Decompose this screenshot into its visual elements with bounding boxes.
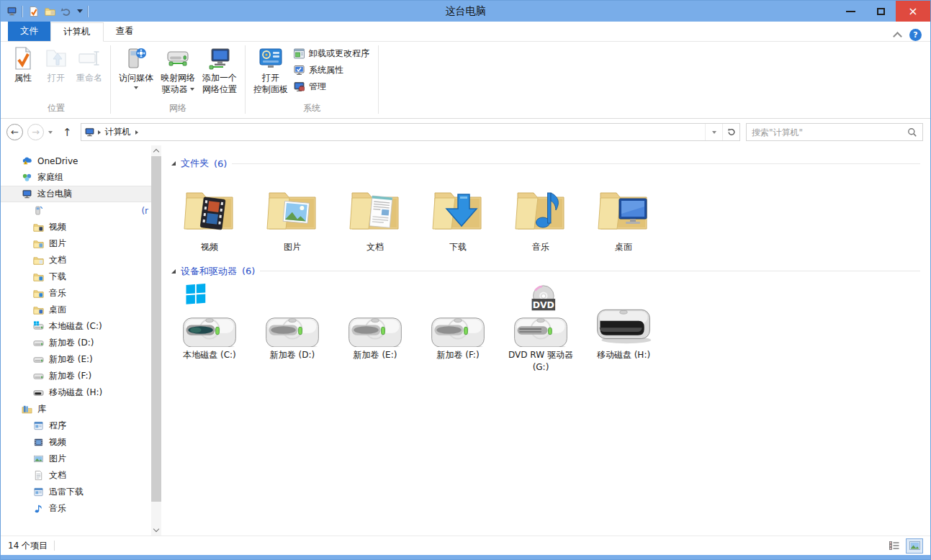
sidebar-item-volume-d[interactable]: 新加卷 (D:) xyxy=(1,335,151,351)
sidebar-item-homegroup[interactable]: 家庭组 xyxy=(1,169,151,186)
dvd-drive-icon: DVD xyxy=(508,284,574,347)
section-header-devices[interactable]: 设备和驱动器 (6) xyxy=(171,263,920,279)
recent-locations-dropdown-icon[interactable] xyxy=(48,131,53,134)
sidebar-item-label: 音乐 xyxy=(49,287,66,299)
tile-music-folder[interactable]: 音乐 xyxy=(503,176,579,253)
sidebar-item-documents[interactable]: 文档 xyxy=(1,252,151,268)
tile-documents-folder[interactable]: 文档 xyxy=(337,176,413,253)
map-network-drive-button[interactable]: 映射网络 驱动器 xyxy=(157,42,199,96)
window-bottom-frame xyxy=(1,555,930,559)
details-view-button[interactable] xyxy=(886,538,903,554)
open-control-panel-button[interactable]: 打开 控制面板 xyxy=(250,42,292,96)
collapse-triangle-icon[interactable] xyxy=(171,161,176,166)
tile-pictures-folder[interactable]: 图片 xyxy=(254,176,330,253)
add-network-location-label: 添加一个 网络位置 xyxy=(202,73,237,95)
sidebar-item-onedrive[interactable]: OneDrive xyxy=(1,153,151,169)
system-properties-icon xyxy=(293,64,305,76)
ribbon-group-system: 打开 控制面板 卸载或更改程序 xyxy=(247,42,377,118)
sidebar-item-removable-h[interactable]: 移动磁盘 (H:) xyxy=(1,384,151,401)
breadcrumb-computer-icon xyxy=(84,127,95,137)
pictures-folder-icon xyxy=(261,179,324,239)
tile-dvd-drive-g[interactable]: DVD DVD RW 驱动器 (G:) xyxy=(503,284,579,374)
sidebar-item-videos-library[interactable]: 视频 xyxy=(1,434,151,451)
label-line-2: 网络位置 xyxy=(202,84,237,94)
system-properties-button[interactable]: 系统属性 xyxy=(293,64,369,76)
sidebar-item-volume-e[interactable]: 新加卷 (E:) xyxy=(1,351,151,368)
removable-drive-icon xyxy=(590,284,657,347)
scrollbar-thumb[interactable] xyxy=(151,156,161,502)
minimize-button[interactable] xyxy=(835,1,865,22)
scroll-down-icon[interactable] xyxy=(151,525,161,536)
add-network-location-button[interactable]: 添加一个 网络位置 xyxy=(199,42,240,96)
uninstall-program-button[interactable]: 卸载或更改程序 xyxy=(293,48,369,60)
sidebar-item-music-library[interactable]: 音乐 xyxy=(1,500,151,517)
sidebar-item-local-disk-c[interactable]: 本地磁盘 (C:) xyxy=(1,318,151,335)
sidebar-item-desktop[interactable]: 桌面 xyxy=(1,302,151,318)
sidebar-item-thunder-downloads[interactable]: 迅雷下载 xyxy=(1,484,151,500)
access-media-button[interactable]: 访问媒体 xyxy=(115,42,157,91)
breadcrumb-chevron-icon[interactable] xyxy=(135,130,138,135)
tile-local-disk-c[interactable]: 本地磁盘 (C:) xyxy=(171,284,248,374)
section-header-folders[interactable]: 文件夹 (6) xyxy=(171,155,920,171)
sidebar-scrollbar[interactable] xyxy=(151,145,161,536)
collapse-triangle-icon[interactable] xyxy=(171,269,176,274)
sidebar-item-volume-f[interactable]: 新加卷 (F:) xyxy=(1,368,151,384)
sidebar-item-label: 视频 xyxy=(49,436,66,448)
sidebar-item-this-pc[interactable]: 这台电脑 xyxy=(1,186,151,202)
main-area: OneDrive 家庭组 这台电脑 (r 视频 图片 xyxy=(1,145,930,536)
sidebar-item-videos[interactable]: 视频 xyxy=(1,219,151,235)
scroll-up-icon[interactable] xyxy=(151,145,161,156)
details-view-icon xyxy=(889,541,899,550)
customize-dropdown-icon[interactable] xyxy=(77,9,83,13)
thumbnail-view-button[interactable] xyxy=(906,538,923,554)
sidebar-item-pictures-library[interactable]: 图片 xyxy=(1,451,151,467)
sidebar-item-label: 移动磁盘 (H:) xyxy=(49,387,102,399)
tile-removable-disk-h[interactable]: 移动磁盘 (H:) xyxy=(585,284,662,374)
tile-desktop-folder[interactable]: 桌面 xyxy=(585,176,662,253)
maximize-button[interactable] xyxy=(865,1,896,22)
documents-folder-icon xyxy=(343,179,407,239)
address-dropdown-button[interactable] xyxy=(705,124,722,140)
properties-button[interactable]: 属性 xyxy=(6,42,40,86)
sidebar-item-downloads[interactable]: 下载 xyxy=(1,268,151,285)
tab-file[interactable]: 文件 xyxy=(8,22,50,41)
sidebar-item-pictures[interactable]: 图片 xyxy=(1,235,151,252)
minimize-ribbon-icon[interactable] xyxy=(893,32,902,41)
undo-icon[interactable] xyxy=(60,6,72,17)
tile-volume-e[interactable]: 新加卷 (E:) xyxy=(337,284,413,374)
sidebar-item-music[interactable]: 音乐 xyxy=(1,285,151,302)
thunder-downloads-library-icon xyxy=(33,487,44,497)
refresh-button[interactable] xyxy=(722,124,739,140)
back-button[interactable]: ← xyxy=(6,124,23,140)
tile-volume-f[interactable]: 新加卷 (F:) xyxy=(420,284,496,374)
address-bar[interactable]: 计算机 xyxy=(81,123,740,141)
sidebar-item-libraries[interactable]: 库 xyxy=(1,401,151,417)
manage-button[interactable]: 管理 xyxy=(293,81,369,93)
tile-downloads-folder[interactable]: 下载 xyxy=(420,176,496,253)
search-input[interactable] xyxy=(752,127,907,137)
folder-icon[interactable] xyxy=(45,6,55,17)
sidebar-item-programs-library[interactable]: 程序 xyxy=(1,417,151,434)
sidebar-item-portable-device[interactable]: (r xyxy=(1,202,151,219)
search-icon[interactable] xyxy=(907,127,917,137)
tab-view[interactable]: 查看 xyxy=(104,22,146,41)
help-button[interactable]: ? xyxy=(909,29,922,41)
navigation-bar: ← → ↑ 计算机 xyxy=(1,119,930,145)
search-box[interactable] xyxy=(746,123,923,141)
properties-check-icon[interactable] xyxy=(28,6,40,17)
tile-volume-d[interactable]: 新加卷 (D:) xyxy=(254,284,330,374)
group-label-system: 系统 xyxy=(303,101,320,118)
up-button[interactable]: ↑ xyxy=(57,126,78,139)
tile-videos-folder[interactable]: 视频 xyxy=(171,176,248,253)
open-label: 打开 xyxy=(48,73,65,84)
tile-label: 视频 xyxy=(201,241,218,253)
tab-computer[interactable]: 计算机 xyxy=(50,22,104,42)
close-icon: × xyxy=(908,6,917,17)
sidebar-item-documents-library[interactable]: 文档 xyxy=(1,467,151,484)
breadcrumb-chevron-icon[interactable] xyxy=(98,130,101,135)
rename-icon xyxy=(77,46,102,71)
sidebar-item-label: 迅雷下载 xyxy=(49,486,84,498)
tile-label: 移动磁盘 (H:) xyxy=(597,349,650,361)
breadcrumb-root[interactable]: 计算机 xyxy=(105,126,131,138)
close-button[interactable]: × xyxy=(896,1,930,22)
